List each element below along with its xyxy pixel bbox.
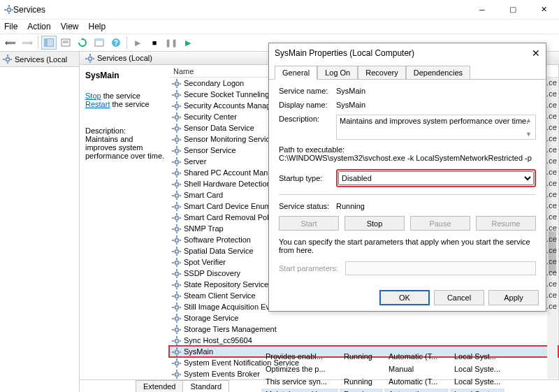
stop-link[interactable]: Stop <box>85 92 101 100</box>
display-name-value: SysMain <box>336 101 365 109</box>
service-icon <box>172 291 181 300</box>
restart-link[interactable]: Restart <box>85 100 110 108</box>
service-icon <box>172 101 181 110</box>
service-row[interactable]: Storage Tiers Management <box>169 324 558 335</box>
desc-scroll-down-icon[interactable]: ▼ <box>525 131 534 138</box>
service-icon <box>172 157 181 166</box>
service-icon <box>172 258 181 267</box>
tree-root-item[interactable]: Services (Local <box>0 52 79 67</box>
start-params-label: Start parameters: <box>279 264 338 273</box>
start-service-button[interactable]: ▶ <box>130 36 145 50</box>
service-icon <box>172 135 181 144</box>
start-params-input[interactable] <box>345 261 536 275</box>
pause-service-button[interactable]: ❚❚ <box>164 36 179 50</box>
description-text: Maintains and improves system performanc… <box>340 117 528 125</box>
service-icon <box>172 303 181 312</box>
window-title: Services <box>13 5 45 15</box>
restart-service-button[interactable]: ▶ <box>180 36 196 50</box>
service-icon <box>172 325 181 334</box>
svg-rect-12 <box>95 39 103 41</box>
menu-help[interactable]: Help <box>89 22 106 31</box>
ok-button[interactable]: OK <box>379 290 430 305</box>
detail-desc-text: Maintains and improves system performanc… <box>85 135 165 160</box>
export-list-button[interactable] <box>58 36 73 50</box>
dialog-start-button[interactable]: Start <box>279 216 339 231</box>
service-name-cell: Sync Host_cc95604 <box>184 336 252 344</box>
description-label: Description: <box>279 115 336 140</box>
service-name-cell: Still Image Acquisition Ev <box>184 303 270 311</box>
service-icon <box>172 370 181 379</box>
service-icon <box>172 180 181 189</box>
service-icon <box>172 269 181 278</box>
properties-button[interactable] <box>92 36 107 50</box>
svg-text:?: ? <box>114 39 118 47</box>
stop-service-button[interactable]: ■ <box>147 36 162 50</box>
service-icon <box>172 314 181 323</box>
dialog-close-button[interactable]: ✕ <box>532 48 540 59</box>
services-tree-icon <box>3 55 12 64</box>
dialog-titlebar[interactable]: SysMain Properties (Local Computer) ✕ <box>269 43 546 63</box>
service-icon <box>172 358 181 368</box>
dialog-title: SysMain Properties (Local Computer) <box>275 48 414 58</box>
dialog-resume-button[interactable]: Resume <box>476 216 536 231</box>
menubar: File Action View Help <box>0 20 559 34</box>
svg-rect-7 <box>44 38 48 47</box>
start-params-note: You can specify the start parameters tha… <box>279 238 536 254</box>
path-label: Path to executable: <box>279 145 536 154</box>
service-name-cell: System Events Broker <box>184 370 260 378</box>
service-name-cell: Software Protection <box>184 235 251 244</box>
tab-dependencies[interactable]: Dependencies <box>406 66 470 80</box>
service-name-cell: Security Center <box>184 112 237 121</box>
back-button[interactable]: ⟸ <box>3 36 18 50</box>
tab-standard[interactable]: Standard <box>182 380 229 392</box>
service-icon <box>172 146 181 155</box>
show-hide-tree-button[interactable] <box>41 36 57 50</box>
tab-logon[interactable]: Log On <box>317 66 358 80</box>
service-name-cell: Security Accounts Manag <box>184 101 270 110</box>
service-icon <box>172 347 181 356</box>
startup-type-label: Startup type: <box>279 174 336 182</box>
grid-tail-row[interactable]: Optimizes the p...ManualLocal Syste... <box>261 363 504 375</box>
apply-button[interactable]: Apply <box>488 290 539 305</box>
grid-tail-row[interactable]: Maintains and i...RunningAutomaticLocal … <box>261 389 504 392</box>
refresh-button[interactable] <box>75 36 90 50</box>
service-status-label: Service status: <box>279 202 336 210</box>
service-name-cell: Server <box>184 157 206 166</box>
close-button[interactable]: ✕ <box>528 0 559 20</box>
service-icon <box>172 224 181 233</box>
forward-button[interactable]: ⟹ <box>20 36 35 50</box>
maximize-button[interactable]: ▢ <box>498 0 528 20</box>
service-row[interactable]: Sync Host_cc95604 <box>169 335 558 346</box>
properties-dialog: SysMain Properties (Local Computer) ✕ Ge… <box>268 43 546 312</box>
tab-recovery[interactable]: Recovery <box>358 66 405 80</box>
grid-tail-row[interactable]: This service syn...RunningAutomatic (T..… <box>261 376 504 387</box>
menu-action[interactable]: Action <box>27 22 50 31</box>
dialog-stop-button[interactable]: Stop <box>344 216 405 231</box>
services-list-icon <box>85 54 94 63</box>
service-icon <box>172 280 181 289</box>
tab-extended[interactable]: Extended <box>136 380 183 392</box>
minimize-button[interactable]: ─ <box>467 0 498 20</box>
tree-pane: Services (Local <box>0 52 80 392</box>
dialog-tabs: General Log On Recovery Dependencies <box>269 63 546 80</box>
dialog-pause-button[interactable]: Pause <box>410 216 470 231</box>
startup-type-select[interactable]: Disabled <box>338 171 534 185</box>
service-icon <box>172 79 181 88</box>
service-name-cell: Storage Service <box>184 314 238 322</box>
service-row[interactable]: Storage Service <box>169 312 558 324</box>
service-icon <box>172 90 181 99</box>
desc-scroll-up-icon[interactable]: ▲ <box>525 117 534 124</box>
menu-view[interactable]: View <box>61 22 79 31</box>
service-name-cell: Storage Tiers Management <box>184 325 277 333</box>
tab-general[interactable]: General <box>275 66 317 80</box>
service-name-value: SysMain <box>336 87 365 95</box>
service-name-cell: SNMP Trap <box>184 224 224 233</box>
grid-tail-row[interactable]: Provides enabl...RunningAutomatic (T...L… <box>261 351 504 362</box>
service-name-cell: Shell Hardware Detection <box>184 180 271 188</box>
detail-desc-label: Description: <box>85 126 165 135</box>
cancel-button[interactable]: Cancel <box>434 290 484 305</box>
service-icon <box>172 202 181 211</box>
menu-file[interactable]: File <box>4 22 17 31</box>
help-button[interactable]: ? <box>108 36 124 50</box>
startup-type-highlight: Disabled <box>336 169 536 187</box>
